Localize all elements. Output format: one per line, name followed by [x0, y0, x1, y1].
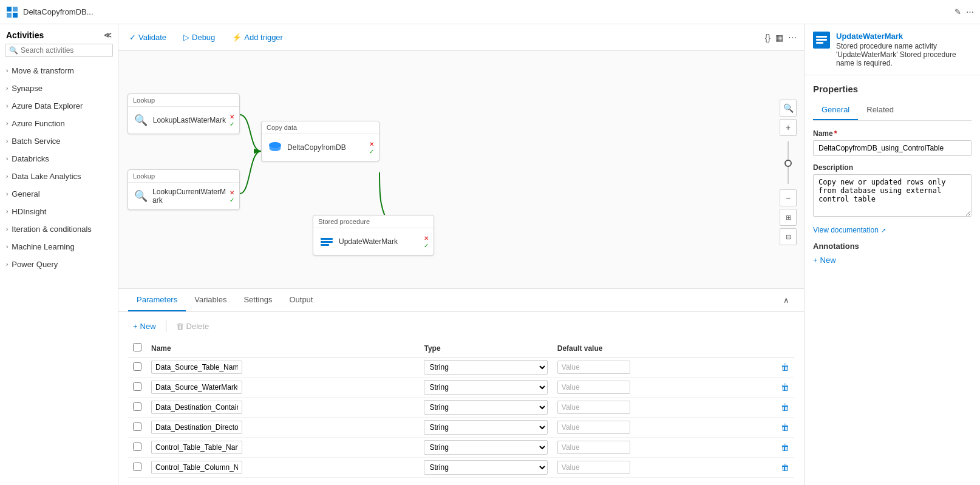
- row-checkbox-4[interactable]: [133, 443, 141, 451]
- properties-title: Properties: [813, 84, 971, 94]
- param-type-select-4[interactable]: StringIntFloatBoolArrayObject: [424, 441, 546, 454]
- param-type-select-0[interactable]: StringIntFloatBoolArrayObject: [424, 361, 546, 374]
- validate-icon: ✓: [129, 33, 136, 42]
- param-name-input-1[interactable]: [151, 381, 242, 394]
- search-input[interactable]: [21, 46, 112, 55]
- properties-panel: Properties General Related Name * Descri…: [805, 75, 980, 485]
- view-docs-link[interactable]: View documentation ↗: [813, 226, 971, 234]
- toolbar: ✓ Validate ▷ Debug ⚡ Add trigger {} ▦ ⋯: [118, 24, 804, 51]
- layout-button[interactable]: ⊟: [780, 228, 797, 245]
- delete-param-button[interactable]: 🗑 Delete: [171, 319, 214, 333]
- sidebar-item-power-query[interactable]: ›Power Query: [0, 256, 118, 273]
- chevron-icon: ›: [6, 261, 8, 268]
- activity-copy-data[interactable]: Copy data DeltaCopyfromDB ✕ ✓: [261, 121, 379, 161]
- svg-rect-0: [7, 7, 12, 12]
- param-delete-3[interactable]: 🗑: [781, 422, 789, 432]
- sidebar-item-general[interactable]: ›General: [0, 185, 118, 203]
- chevron-icon: ›: [6, 85, 8, 92]
- add-trigger-button[interactable]: ⚡ Add trigger: [228, 30, 287, 44]
- activity-lookup-last[interactable]: Lookup 🔍 LookupLastWaterMark ✕ ✓: [128, 93, 240, 134]
- sidebar-item-batch-service[interactable]: ›Batch Service: [0, 132, 118, 150]
- svg-rect-3: [13, 13, 18, 18]
- debug-button[interactable]: ▷ Debug: [180, 30, 219, 44]
- sidebar-item-synapse[interactable]: ›Synapse: [0, 80, 118, 97]
- new-param-button[interactable]: + New: [128, 319, 161, 333]
- sidebar-item-hdinsight[interactable]: ›HDInsight: [0, 203, 118, 220]
- collapse-icon[interactable]: ≪: [104, 31, 112, 39]
- param-name-input-0[interactable]: [151, 361, 242, 374]
- code-icon[interactable]: {}: [765, 33, 771, 42]
- search-icon: 🔍: [9, 46, 18, 55]
- lookup-icon-1: 🔍: [133, 112, 149, 129]
- table-row: StringIntFloatBoolArrayObject 🗑: [128, 378, 794, 398]
- sidebar-item-azure-function[interactable]: ›Azure Function: [0, 115, 118, 132]
- activity-stored-proc[interactable]: Stored procedure UpdateWaterMark ✕ ✓: [313, 215, 434, 256]
- row-checkbox-0[interactable]: [133, 362, 141, 371]
- param-name-input-2[interactable]: [151, 401, 242, 414]
- error-icon-block: [813, 32, 830, 49]
- external-link-icon: ↗: [881, 227, 886, 234]
- edit-icon[interactable]: ✎: [954, 7, 961, 16]
- zoom-out-button[interactable]: −: [780, 189, 797, 206]
- param-value-input-1[interactable]: [557, 381, 630, 394]
- row-checkbox-5[interactable]: [133, 463, 141, 471]
- param-name-input-5[interactable]: [151, 461, 242, 474]
- param-delete-2[interactable]: 🗑: [781, 402, 789, 412]
- param-type-select-5[interactable]: StringIntFloatBoolArrayObject: [424, 461, 546, 474]
- params-table: Name Type Default value StringIntFloatBo…: [128, 339, 794, 478]
- zoom-slider[interactable]: [780, 138, 797, 187]
- bottom-panel: Parameters Variables Settings Output ∧ +…: [118, 288, 804, 485]
- tab-settings[interactable]: Settings: [235, 289, 281, 311]
- zoom-in-button[interactable]: +: [780, 119, 797, 136]
- description-textarea[interactable]: Copy new or updated rows only from datab…: [813, 174, 971, 217]
- param-delete-5[interactable]: 🗑: [781, 463, 789, 472]
- sidebar-item-machine-learning[interactable]: ›Machine Learning: [0, 238, 118, 256]
- fit-view-button[interactable]: ⊞: [780, 209, 797, 226]
- prop-tab-general[interactable]: General: [813, 100, 858, 120]
- annotations-section: Annotations + New: [813, 242, 971, 265]
- add-annotation-button[interactable]: + New: [813, 256, 971, 265]
- panel-icon[interactable]: ▦: [775, 33, 783, 42]
- top-bar: DeltaCopyfromDB... ✎ ⋯: [0, 0, 980, 24]
- more-icon[interactable]: ⋯: [966, 7, 974, 16]
- param-delete-4[interactable]: 🗑: [781, 443, 789, 452]
- param-value-input-0[interactable]: [557, 361, 630, 374]
- param-value-input-5[interactable]: [557, 461, 630, 474]
- bottom-tabs: Parameters Variables Settings Output ∧: [118, 289, 804, 312]
- row-checkbox-2[interactable]: [133, 402, 141, 411]
- select-all-checkbox[interactable]: [133, 343, 141, 351]
- tab-variables[interactable]: Variables: [186, 289, 235, 311]
- plus-annotation-icon: +: [813, 256, 818, 265]
- prop-tab-related[interactable]: Related: [858, 100, 902, 120]
- more-options-icon[interactable]: ⋯: [788, 33, 797, 42]
- row-checkbox-1[interactable]: [133, 382, 141, 391]
- tab-output[interactable]: Output: [281, 289, 321, 311]
- param-delete-0[interactable]: 🗑: [781, 362, 789, 372]
- param-value-input-2[interactable]: [557, 401, 630, 414]
- sidebar-item-move-transform[interactable]: ›Move & transform: [0, 62, 118, 80]
- param-type-select-1[interactable]: StringIntFloatBoolArrayObject: [424, 381, 546, 394]
- sidebar-item-azure-data-explorer[interactable]: ›Azure Data Explorer: [0, 97, 118, 115]
- name-input[interactable]: [813, 140, 971, 156]
- sidebar-item-iteration[interactable]: ›Iteration & conditionals: [0, 220, 118, 238]
- param-name-input-4[interactable]: [151, 441, 242, 454]
- param-value-input-4[interactable]: [557, 441, 630, 454]
- search-canvas-button[interactable]: 🔍: [780, 100, 797, 117]
- sidebar-items-list: ›Move & transform›Synapse›Azure Data Exp…: [0, 62, 118, 485]
- sidebar-item-data-lake-analytics[interactable]: ›Data Lake Analytics: [0, 168, 118, 185]
- param-type-select-3[interactable]: StringIntFloatBoolArrayObject: [424, 421, 546, 434]
- validate-button[interactable]: ✓ Validate: [126, 30, 170, 44]
- activity-lookup-current[interactable]: Lookup 🔍 LookupCurrentWaterMark ✕ ✓: [128, 169, 240, 210]
- close-bottom-panel[interactable]: ∧: [778, 291, 794, 310]
- sidebar-item-databricks[interactable]: ›Databricks: [0, 150, 118, 168]
- canvas-area: ✓ Validate ▷ Debug ⚡ Add trigger {} ▦ ⋯: [118, 24, 804, 485]
- error-notification: UpdateWaterMark Stored procedure name ac…: [805, 24, 980, 75]
- tab-parameters[interactable]: Parameters: [128, 289, 186, 311]
- param-delete-1[interactable]: 🗑: [781, 382, 789, 392]
- chevron-icon: ›: [6, 120, 8, 127]
- row-checkbox-3[interactable]: [133, 422, 141, 431]
- param-name-input-3[interactable]: [151, 421, 242, 434]
- chevron-icon: ›: [6, 138, 8, 144]
- param-value-input-3[interactable]: [557, 421, 630, 434]
- param-type-select-2[interactable]: StringIntFloatBoolArrayObject: [424, 401, 546, 414]
